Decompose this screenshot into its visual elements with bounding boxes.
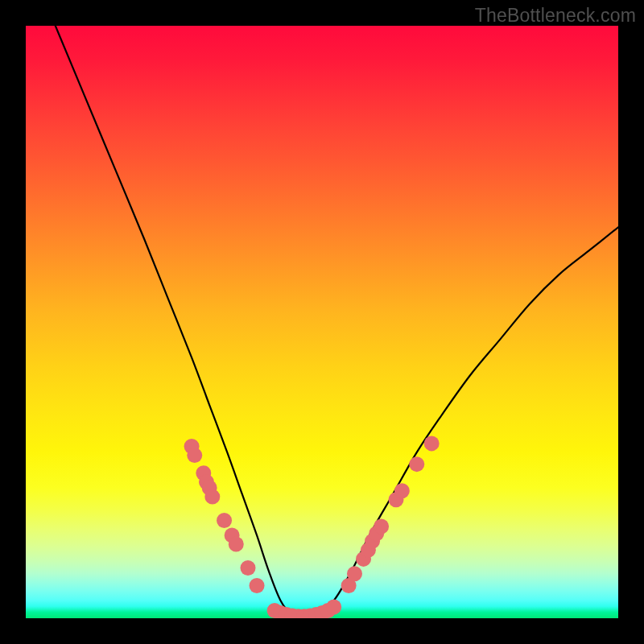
data-marker bbox=[229, 537, 244, 552]
bottleneck-curve bbox=[56, 26, 618, 618]
curve-svg bbox=[26, 26, 618, 618]
data-marker bbox=[187, 448, 202, 463]
chart-frame: TheBottleneck.com bbox=[0, 0, 644, 644]
data-marker bbox=[409, 456, 424, 472]
data-marker bbox=[241, 560, 256, 576]
data-marker bbox=[326, 600, 341, 615]
data-marker bbox=[424, 436, 440, 451]
data-marker bbox=[374, 518, 389, 534]
data-marker bbox=[250, 578, 265, 593]
plot-area bbox=[26, 26, 618, 618]
data-marker bbox=[204, 489, 220, 505]
data-markers bbox=[184, 436, 440, 618]
data-marker bbox=[347, 566, 362, 581]
watermark-text: TheBottleneck.com bbox=[475, 5, 636, 27]
data-marker bbox=[394, 483, 410, 498]
data-marker bbox=[217, 513, 232, 528]
